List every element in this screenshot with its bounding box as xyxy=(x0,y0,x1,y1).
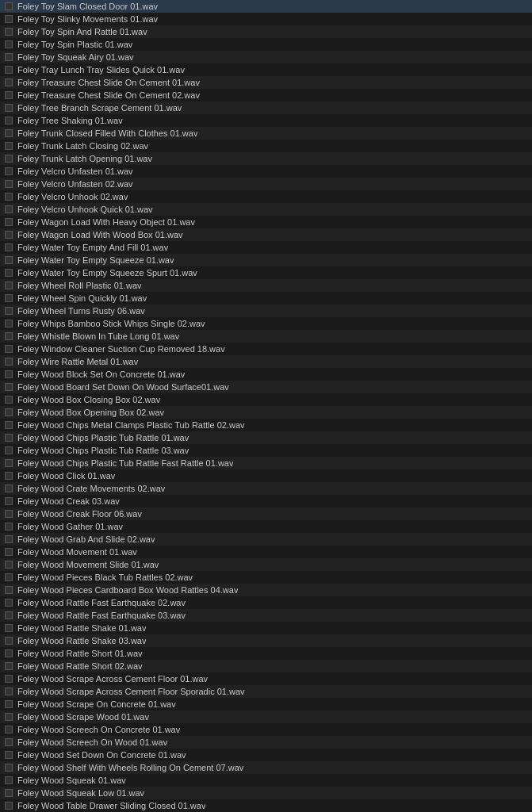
file-checkbox[interactable] xyxy=(5,751,13,759)
file-checkbox[interactable] xyxy=(5,662,13,670)
file-checkbox[interactable] xyxy=(5,776,13,784)
list-item[interactable]: Foley Wood Box Opening Box 02.wav xyxy=(0,406,532,419)
file-checkbox[interactable] xyxy=(5,91,13,99)
file-checkbox[interactable] xyxy=(5,599,13,607)
list-item[interactable]: Foley Trunk Closed Filled With Clothes 0… xyxy=(0,127,532,140)
file-checkbox[interactable] xyxy=(5,15,13,23)
list-item[interactable]: Foley Toy Squeak Airy 01.wav xyxy=(0,51,532,63)
list-item[interactable]: Foley Velcro Unhook Quick 01.wav xyxy=(0,203,532,216)
file-checkbox[interactable] xyxy=(5,218,13,226)
list-item[interactable]: Foley Whips Bamboo Stick Whips Single 02… xyxy=(0,317,532,330)
file-checkbox[interactable] xyxy=(5,802,13,810)
list-item[interactable]: Foley Wood Scrape On Concrete 01.wav xyxy=(0,698,532,710)
file-checkbox[interactable] xyxy=(5,205,13,213)
file-checkbox[interactable] xyxy=(5,383,13,391)
file-checkbox[interactable] xyxy=(5,320,13,327)
file-checkbox[interactable] xyxy=(5,180,13,188)
list-item[interactable]: Foley Wood Screech On Concrete 01.wav xyxy=(0,723,532,736)
list-item[interactable]: Foley Trunk Latch Opening 01.wav xyxy=(0,152,532,165)
list-item[interactable]: Foley Wood Grab And Slide 02.wav xyxy=(0,533,532,546)
list-item[interactable]: Foley Velcro Unfasten 01.wav xyxy=(0,165,532,178)
file-checkbox[interactable] xyxy=(5,256,13,264)
file-checkbox[interactable] xyxy=(5,446,13,454)
file-checkbox[interactable] xyxy=(5,243,13,251)
list-item[interactable]: Foley Wood Scrape Across Cement Floor 01… xyxy=(0,672,532,685)
file-checkbox[interactable] xyxy=(5,294,13,302)
list-item[interactable]: Foley Tray Lunch Tray Slides Quick 01.wa… xyxy=(0,63,532,76)
list-item[interactable]: Foley Wood Squeak Low 01.wav xyxy=(0,787,532,799)
file-checkbox[interactable] xyxy=(5,586,13,594)
file-checkbox[interactable] xyxy=(5,434,13,442)
file-checkbox[interactable] xyxy=(5,269,13,277)
list-item[interactable]: Foley Wood Rattle Fast Earthquake 03.wav xyxy=(0,609,532,622)
file-checkbox[interactable] xyxy=(5,738,13,746)
list-item[interactable]: Foley Treasure Chest Slide On Cement 02.… xyxy=(0,89,532,102)
list-item[interactable]: Foley Wagon Load With Wood Box 01.wav xyxy=(0,228,532,241)
list-item[interactable]: Foley Wood Pieces Black Tub Rattles 02.w… xyxy=(0,571,532,584)
list-item[interactable]: Foley Wood Scrape Wood 01.wav xyxy=(0,710,532,723)
file-checkbox[interactable] xyxy=(5,2,13,10)
file-checkbox[interactable] xyxy=(5,307,13,315)
file-checkbox[interactable] xyxy=(5,624,13,632)
list-item[interactable]: Foley Water Toy Empty Squeeze Spurt 01.w… xyxy=(0,266,532,279)
file-checkbox[interactable] xyxy=(5,573,13,581)
file-checkbox[interactable] xyxy=(5,688,13,695)
list-item[interactable]: Foley Toy Slinky Movements 01.wav xyxy=(0,13,532,25)
file-checkbox[interactable] xyxy=(5,370,13,378)
list-item[interactable]: Foley Wood Scrape Across Cement Floor Sp… xyxy=(0,685,532,698)
file-checkbox[interactable] xyxy=(5,459,13,467)
list-item[interactable]: Foley Wood Box Closing Box 02.wav xyxy=(0,393,532,406)
list-item[interactable]: Foley Whistle Blown In Tube Long 01.wav xyxy=(0,330,532,343)
list-item[interactable]: Foley Wagon Load With Heavy Object 01.wa… xyxy=(0,216,532,228)
file-checkbox[interactable] xyxy=(5,675,13,683)
file-checkbox[interactable] xyxy=(5,535,13,543)
list-item[interactable]: Foley Wood Movement Slide 01.wav xyxy=(0,558,532,571)
list-item[interactable]: Foley Wood Gather 01.wav xyxy=(0,520,532,533)
file-checkbox[interactable] xyxy=(5,193,13,201)
list-item[interactable]: Foley Wood Rattle Shake 03.wav xyxy=(0,634,532,647)
file-checkbox[interactable] xyxy=(5,548,13,556)
file-checkbox[interactable] xyxy=(5,408,13,416)
file-checkbox[interactable] xyxy=(5,396,13,404)
file-checkbox[interactable] xyxy=(5,358,13,366)
file-checkbox[interactable] xyxy=(5,28,13,36)
list-item[interactable]: Foley Water Toy Empty Squeeze 01.wav xyxy=(0,254,532,266)
file-checkbox[interactable] xyxy=(5,40,13,48)
list-item[interactable]: Foley Velcro Unhook 02.wav xyxy=(0,190,532,203)
file-checkbox[interactable] xyxy=(5,611,13,619)
list-item[interactable]: Foley Toy Spin Plastic 01.wav xyxy=(0,38,532,51)
list-item[interactable]: Foley Wood Rattle Short 02.wav xyxy=(0,660,532,672)
list-item[interactable]: Foley Wood Creak Floor 06.wav xyxy=(0,508,532,520)
file-checkbox[interactable] xyxy=(5,713,13,721)
list-item[interactable]: Foley Wood Click 01.wav xyxy=(0,469,532,482)
list-item[interactable]: Foley Wood Rattle Short 01.wav xyxy=(0,647,532,660)
list-item[interactable]: Foley Wood Creak 03.wav xyxy=(0,495,532,508)
list-item[interactable]: Foley Wheel Spin Quickly 01.wav xyxy=(0,292,532,304)
list-item[interactable]: Foley Tree Branch Scrape Cement 01.wav xyxy=(0,102,532,114)
file-checkbox[interactable] xyxy=(5,700,13,708)
file-checkbox[interactable] xyxy=(5,421,13,429)
list-item[interactable]: Foley Wood Squeak 01.wav xyxy=(0,774,532,787)
file-checkbox[interactable] xyxy=(5,523,13,530)
list-item[interactable]: Foley Wood Chips Metal Clamps Plastic Tu… xyxy=(0,419,532,431)
list-item[interactable]: Foley Wood Screech On Wood 01.wav xyxy=(0,736,532,749)
list-item[interactable]: Foley Toy Spin And Rattle 01.wav xyxy=(0,25,532,38)
file-checkbox[interactable] xyxy=(5,789,13,797)
list-item[interactable]: Foley Wood Chips Plastic Tub Rattle 03.w… xyxy=(0,444,532,457)
list-item[interactable]: Foley Wire Rattle Metal 01.wav xyxy=(0,355,532,368)
list-item[interactable]: Foley Wood Block Set On Concrete 01.wav xyxy=(0,368,532,381)
file-checkbox[interactable] xyxy=(5,129,13,137)
list-item[interactable]: Foley Wood Set Down On Concrete 01.wav xyxy=(0,749,532,761)
list-item[interactable]: Foley Wheel Turns Rusty 06.wav xyxy=(0,304,532,317)
list-item[interactable]: Foley Tree Shaking 01.wav xyxy=(0,114,532,127)
file-checkbox[interactable] xyxy=(5,332,13,340)
file-checkbox[interactable] xyxy=(5,167,13,175)
file-checkbox[interactable] xyxy=(5,155,13,163)
file-checkbox[interactable] xyxy=(5,485,13,492)
file-checkbox[interactable] xyxy=(5,117,13,124)
list-item[interactable]: Foley Window Cleaner Suction Cup Removed… xyxy=(0,343,532,355)
list-item[interactable]: Foley Wood Chips Plastic Tub Rattle Fast… xyxy=(0,457,532,469)
list-item[interactable]: Foley Wood Pieces Cardboard Box Wood Rat… xyxy=(0,584,532,596)
file-checkbox[interactable] xyxy=(5,53,13,61)
list-item[interactable]: Foley Wood Shelf With Wheels Rolling On … xyxy=(0,761,532,774)
